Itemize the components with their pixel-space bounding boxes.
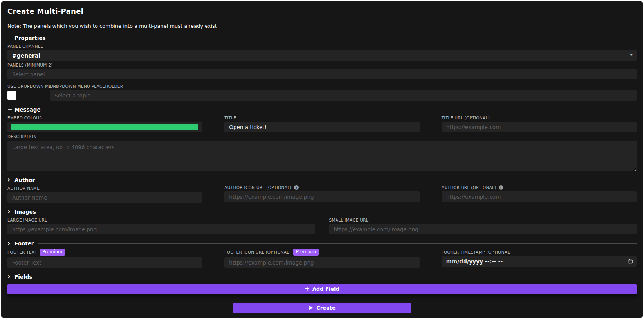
author-icon-url-input[interactable] — [224, 191, 419, 202]
author-name-field: AUTHOR NAME — [7, 184, 202, 203]
embed-colour-field: EMBED COLOUR — [7, 114, 202, 132]
section-header-message[interactable]: − Message — [7, 106, 637, 114]
section-divider — [49, 38, 637, 38]
section-title-images: Images — [14, 209, 36, 215]
section-header-images[interactable]: › Images — [7, 208, 637, 216]
embed-colour-label: EMBED COLOUR — [7, 115, 202, 120]
description-label: DESCRIPTION — [7, 134, 637, 139]
title-input[interactable] — [224, 122, 419, 132]
panels-label: PANELS (MINIMUM 2) — [7, 63, 637, 67]
footer-timestamp-input[interactable] — [442, 256, 637, 267]
author-icon-url-label: AUTHOR ICON URL (OPTIONAL) — [224, 185, 291, 190]
section-divider — [44, 110, 637, 110]
send-icon — [308, 305, 314, 310]
description-textarea[interactable] — [7, 141, 637, 171]
dropdown-placeholder-input[interactable] — [50, 90, 637, 101]
large-image-label: LARGE IMAGE URL — [7, 218, 315, 222]
footer-timestamp-input-wrap — [442, 256, 637, 267]
use-dropdown-checkbox[interactable] — [7, 91, 16, 100]
footer-icon-url-label: FOOTER ICON URL (OPTIONAL) — [224, 250, 291, 254]
premium-badge: Premium — [40, 249, 65, 256]
panels-input[interactable] — [7, 69, 637, 79]
author-name-input[interactable] — [7, 192, 202, 203]
page-note: Note: The panels which you wish to combi… — [7, 23, 637, 29]
title-url-input[interactable] — [442, 122, 637, 132]
small-image-label: SMALL IMAGE URL — [329, 218, 637, 222]
add-field-label: Add Field — [312, 286, 339, 292]
author-url-field: AUTHOR URL (OPTIONAL) i — [442, 184, 637, 203]
small-image-field: SMALL IMAGE URL — [329, 216, 637, 234]
footer-timestamp-field: FOOTER TIMESTAMP (OPTIONAL) — [442, 247, 637, 268]
collapse-icon[interactable]: − — [7, 107, 13, 113]
section-title-fields: Fields — [14, 274, 32, 280]
author-name-label: AUTHOR NAME — [7, 186, 202, 191]
section-divider — [38, 243, 637, 244]
section-title-properties: Properties — [14, 35, 46, 41]
plus-icon: + — [305, 286, 310, 292]
info-icon: i — [294, 185, 299, 190]
create-button[interactable]: Create — [233, 303, 411, 313]
footer-icon-url-input[interactable] — [224, 257, 419, 268]
create-multi-panel-page: Create Multi-Panel Note: The panels whic… — [1, 1, 643, 318]
panel-channel-select-control[interactable]: #general — [7, 50, 637, 61]
section-divider — [38, 180, 637, 180]
info-icon: i — [499, 185, 503, 190]
chevron-right-icon[interactable]: › — [7, 208, 13, 215]
section-divider — [36, 277, 637, 277]
section-divider — [40, 212, 637, 212]
large-image-field: LARGE IMAGE URL — [7, 216, 315, 234]
footer-timestamp-label: FOOTER TIMESTAMP (OPTIONAL) — [442, 250, 512, 254]
section-title-message: Message — [14, 106, 41, 113]
embed-colour-swatch — [11, 124, 198, 130]
section-header-fields[interactable]: › Fields — [7, 273, 637, 281]
dropdown-menu-row: USE DROPDOWN MENU DROPDOWN MENU PLACEHOL… — [7, 82, 637, 101]
title-url-field: TITLE URL (OPTIONAL) — [442, 114, 637, 132]
create-label: Create — [316, 305, 336, 311]
title-field: TITLE — [224, 114, 419, 132]
section-header-properties[interactable]: − Properties — [7, 34, 637, 42]
add-field-button[interactable]: + Add Field — [7, 284, 637, 294]
footer-text-field: FOOTER TEXT Premium — [7, 247, 202, 268]
section-header-footer[interactable]: › Footer — [7, 240, 637, 247]
footer-text-label: FOOTER TEXT — [7, 250, 37, 254]
dropdown-placeholder-label: DROPDOWN MENU PLACEHOLDER — [50, 84, 637, 88]
section-title-footer: Footer — [14, 240, 34, 247]
panel-channel-label: PANEL CHANNEL — [7, 44, 637, 49]
small-image-input[interactable] — [329, 224, 637, 234]
author-icon-url-field: AUTHOR ICON URL (OPTIONAL) i — [224, 184, 419, 203]
author-url-label: AUTHOR URL (OPTIONAL) — [442, 185, 496, 190]
title-url-label: TITLE URL (OPTIONAL) — [442, 115, 637, 120]
chevron-right-icon[interactable]: › — [7, 273, 13, 280]
panel-channel-select[interactable]: #general › — [7, 50, 637, 61]
footer-text-input[interactable] — [7, 257, 202, 268]
title-label: TITLE — [224, 115, 419, 120]
section-title-author: Author — [14, 177, 35, 183]
collapse-icon[interactable]: − — [7, 35, 13, 41]
section-header-author[interactable]: › Author — [7, 176, 637, 184]
large-image-input[interactable] — [7, 224, 315, 234]
chevron-right-icon[interactable]: › — [7, 176, 13, 183]
author-url-input[interactable] — [442, 191, 637, 202]
premium-badge: Premium — [293, 249, 319, 256]
chevron-right-icon[interactable]: › — [7, 240, 13, 247]
embed-colour-input[interactable] — [7, 122, 202, 132]
footer-icon-url-field: FOOTER ICON URL (OPTIONAL) Premium — [224, 247, 419, 268]
page-title: Create Multi-Panel — [7, 7, 637, 15]
use-dropdown-label: USE DROPDOWN MENU — [7, 84, 50, 88]
